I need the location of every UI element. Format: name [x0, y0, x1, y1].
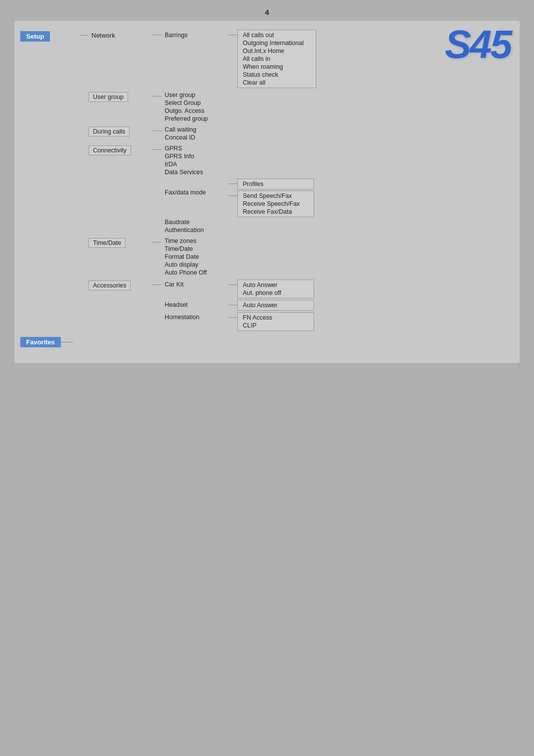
list-item[interactable]: Auto Phone Off — [162, 269, 210, 277]
headset-row: Headset Auto Answer — [162, 300, 314, 311]
list-item[interactable]: Data Services — [162, 168, 314, 176]
profiles-box: Profiles — [237, 179, 314, 189]
list-item[interactable]: Out.Int.x Home — [243, 47, 311, 55]
list-item[interactable]: FN Access — [243, 314, 309, 322]
usergroup-row: User group User group Select Group Outgo… — [89, 91, 316, 123]
list-item[interactable]: Baudrate — [162, 218, 314, 226]
fax-items: Send Speech/Fax Receive Speech/Fax Recei… — [237, 190, 314, 217]
headset-items: Auto Answer — [237, 300, 314, 311]
connectivity-children: GPRS GPRS Info IrDA Data Services — [162, 144, 314, 234]
during-calls-label[interactable]: During calls — [89, 127, 130, 137]
favorites-section: Favorites — [20, 337, 510, 347]
list-item[interactable]: Auto display — [162, 261, 210, 269]
connectivity-row: Connectivity GPRS GPRS Info IrDA Data Se… — [89, 144, 316, 234]
barrings-row: Barrings All calls out Outgoing Internat… — [162, 30, 316, 88]
list-item[interactable]: User group — [162, 91, 211, 99]
setup-children: Network Barrings All calls out — [89, 30, 316, 331]
list-item[interactable]: Auto Answer — [243, 301, 309, 309]
list-item[interactable]: Fax/data mode — [162, 189, 228, 196]
list-item[interactable]: Select Group — [162, 99, 211, 107]
list-item[interactable]: Auto Answer — [243, 281, 309, 289]
s45-logo: S45 — [445, 25, 511, 64]
network-children: Barrings All calls out Outgoing Internat… — [162, 30, 316, 88]
list-item[interactable]: All calls in — [243, 55, 311, 63]
setup-label[interactable]: Setup — [20, 31, 50, 42]
accessories-label[interactable]: Accessories — [89, 281, 131, 290]
fax-profiles-section: Fax/data mode Profiles — [162, 179, 314, 217]
list-item[interactable]: Aut. phone off — [243, 289, 309, 297]
list-item[interactable]: When roaming — [243, 63, 311, 71]
homestation-row: Homestation FN Access CLIP — [162, 312, 314, 331]
list-item[interactable]: Receive Speech/Fax — [243, 200, 309, 208]
headset-label[interactable]: Headset — [162, 301, 191, 309]
accessories-children: Car Kit Auto Answer Aut. phone off He — [162, 280, 314, 331]
list-item[interactable]: Receive Fax/Data — [243, 208, 309, 216]
carkit-row: Car Kit Auto Answer Aut. phone off — [162, 280, 314, 298]
barrings-label[interactable]: Barrings — [162, 31, 191, 40]
carkit-label[interactable]: Car Kit — [162, 281, 186, 288]
list-item[interactable]: Profiles — [243, 180, 309, 188]
list-item[interactable]: All calls out — [243, 31, 311, 39]
list-item[interactable]: Clear all — [243, 79, 311, 87]
menu-wrap: Setup Network Barrings — [14, 27, 520, 352]
list-item[interactable]: Time zones — [162, 237, 210, 245]
list-item[interactable]: GPRS Info — [162, 152, 314, 160]
timedate-children: Time zones Time/Date Format Date Auto di… — [162, 237, 210, 277]
accessories-row: Accessories Car Kit Auto Answer — [89, 280, 316, 331]
list-item[interactable]: Outgoing International — [243, 39, 311, 47]
usergroup-label[interactable]: User group — [89, 92, 128, 102]
list-item[interactable]: Preferred group — [162, 115, 211, 123]
list-item[interactable]: IrDA — [162, 160, 314, 168]
homestation-items: FN Access CLIP — [237, 312, 314, 331]
page-number: 4 — [0, 0, 534, 20]
list-item[interactable]: Format Date — [162, 253, 210, 261]
list-item[interactable]: Authentication — [162, 226, 314, 234]
list-item[interactable]: Conceal ID — [162, 134, 199, 142]
carkit-items: Auto Answer Aut. phone off — [237, 280, 314, 298]
network-row: Network Barrings All calls out — [89, 30, 316, 88]
timedate-row: Time/Date Time zones Time/Date Format Da… — [89, 237, 316, 277]
connectivity-label[interactable]: Connectivity — [89, 145, 131, 155]
list-item[interactable]: GPRS — [162, 144, 314, 152]
list-item[interactable]: Outgo. Access — [162, 107, 211, 115]
list-item[interactable]: CLIP — [243, 322, 309, 330]
network-label[interactable]: Network — [89, 31, 118, 40]
usergroup-children: User group Select Group Outgo. Access Pr… — [162, 91, 211, 123]
barrings-items: All calls out Outgoing International Out… — [237, 30, 316, 88]
list-item[interactable]: Time/Date — [162, 245, 210, 253]
main-container: S45 Setup Network — [14, 20, 520, 364]
list-item[interactable]: Status check — [243, 71, 311, 79]
during-calls-children: Call waiting Conceal ID — [162, 126, 199, 142]
list-item[interactable]: Call waiting — [162, 126, 199, 134]
homestation-label[interactable]: Homestation — [162, 313, 202, 321]
setup-section: Setup Network Barrings — [20, 30, 510, 331]
timedate-label[interactable]: Time/Date — [89, 238, 126, 248]
during-calls-row: During calls Call waiting Conceal ID — [89, 126, 316, 142]
favorites-label[interactable]: Favorites — [20, 337, 61, 347]
list-item[interactable]: Send Speech/Fax — [243, 192, 309, 200]
